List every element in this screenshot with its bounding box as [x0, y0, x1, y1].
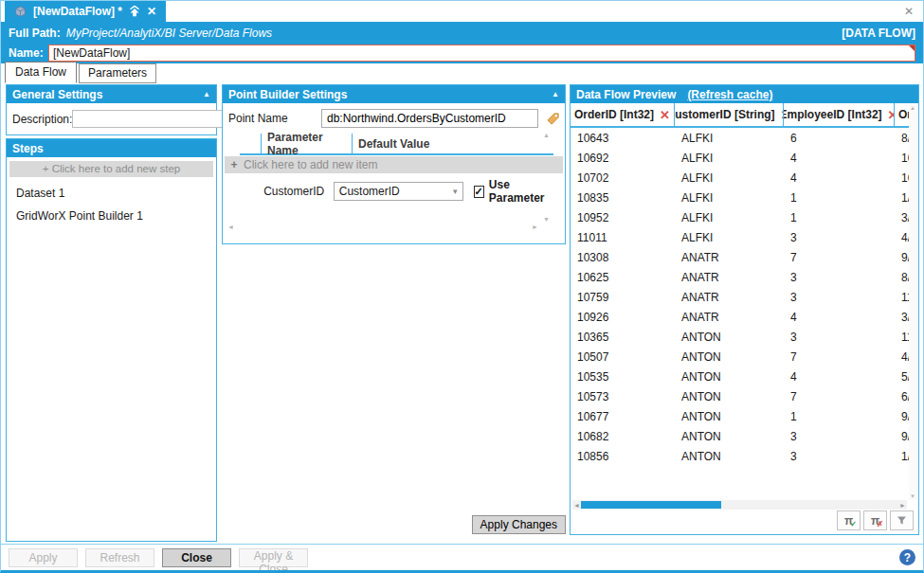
- refresh-button[interactable]: Refresh: [85, 548, 154, 567]
- table-row[interactable]: 10952ALFKI13/16: [571, 207, 909, 227]
- table-row[interactable]: 10682ANTON39/25: [571, 426, 909, 446]
- close-button[interactable]: Close: [162, 548, 231, 567]
- name-input[interactable]: [48, 45, 915, 62]
- table-cell: 1: [784, 410, 895, 423]
- parameter-name-header[interactable]: Parameter Name: [261, 134, 352, 153]
- apply-changes-button[interactable]: Apply Changes: [472, 515, 566, 534]
- filter-button[interactable]: [890, 510, 914, 530]
- table-row[interactable]: 10677ANTON19/22: [571, 406, 909, 426]
- table-row[interactable]: 10692ALFKI410/3: [571, 148, 909, 168]
- scroll-right-icon[interactable]: ►: [532, 224, 538, 230]
- column-include-button[interactable]: π ✓: [837, 510, 861, 530]
- checkbox[interactable]: ✓: [474, 186, 484, 198]
- plus-icon: +: [225, 158, 244, 171]
- preview-body: 10643ALFKI68/2510692ALFKI410/310702ALFKI…: [571, 128, 909, 466]
- scrollbar-thumb[interactable]: [581, 501, 721, 509]
- row-gutter: [240, 134, 261, 153]
- point-builder-title: Point Builder Settings: [228, 88, 347, 101]
- column-exclude-button[interactable]: π ✗: [863, 510, 887, 530]
- default-value-header[interactable]: Default Value: [352, 134, 553, 153]
- table-cell: 10677: [571, 410, 675, 423]
- scroll-up-icon[interactable]: ▲: [910, 105, 915, 111]
- scroll-down-icon[interactable]: ▼: [910, 493, 915, 499]
- apply-button[interactable]: Apply: [9, 548, 78, 567]
- remove-column-icon[interactable]: ✕: [660, 108, 670, 122]
- table-cell: 10573: [571, 390, 675, 403]
- table-row[interactable]: 10643ALFKI68/25: [571, 128, 909, 148]
- horizontal-scrollbar[interactable]: ◄ ►: [572, 500, 907, 510]
- table-row[interactable]: 10535ANTON45/13: [571, 367, 909, 386]
- table-row[interactable]: 11011ALFKI34/9: [571, 227, 909, 247]
- collapse-icon[interactable]: ▲: [552, 90, 559, 98]
- table-row[interactable]: 10625ANATR38/8: [571, 267, 909, 287]
- document-tab[interactable]: [NewDataFlow] * ✕: [5, 1, 166, 22]
- add-step-bar[interactable]: + Click here to add new step: [9, 161, 213, 177]
- editor-tab-bar: Data Flow Parameters: [5, 63, 156, 83]
- table-row[interactable]: 10573ANTON76/19: [571, 386, 909, 406]
- table-cell: ANTON: [675, 370, 784, 384]
- remove-column-icon[interactable]: ✕: [888, 108, 895, 122]
- preview-header-row: OrderID [Int32]✕CustomerID [String]✕Empl…: [571, 103, 909, 128]
- tag-browse-icon[interactable]: [544, 110, 561, 127]
- apply-and-close-button[interactable]: Apply & Close: [239, 548, 308, 567]
- steps-list: Dataset 1GridWorX Point Builder 1: [7, 179, 216, 224]
- table-cell: 4: [784, 171, 895, 185]
- column-header[interactable]: EmployeeID [Int32]✕: [784, 103, 895, 126]
- column-header[interactable]: OrderID [Int32]✕: [571, 103, 675, 126]
- column-header[interactable]: CustomerID [String]✕: [675, 103, 784, 126]
- table-cell: 3: [784, 231, 895, 244]
- table-row[interactable]: 10759ANATR311/2: [571, 287, 909, 307]
- header-band: Full Path: MyProject/AnalytiX/BI Server/…: [1, 22, 923, 63]
- list-item[interactable]: Dataset 1: [7, 179, 216, 202]
- table-row[interactable]: 10702ALFKI410/1: [571, 168, 909, 188]
- document-tab-strip: [NewDataFlow] * ✕ ✕: [1, 1, 923, 22]
- column-header-label: OrderID [Int32]: [574, 108, 654, 121]
- table-cell: 5/13: [895, 370, 909, 384]
- collapse-icon[interactable]: ▲: [203, 90, 210, 98]
- navigate-up-icon[interactable]: [129, 6, 140, 17]
- tab-close-icon[interactable]: ✕: [147, 5, 156, 18]
- table-cell: 1: [784, 191, 895, 205]
- window-close-icon[interactable]: ✕: [904, 5, 914, 18]
- table-cell: 11/2: [895, 291, 909, 304]
- table-cell: 7: [784, 390, 895, 403]
- default-value-dropdown[interactable]: CustomerID ▾: [334, 182, 463, 201]
- table-row[interactable]: 10926ANATR43/4: [571, 307, 909, 327]
- table-cell: 10856: [571, 450, 675, 463]
- table-row[interactable]: 10365ANTON311/2: [571, 327, 909, 347]
- table-cell: 4: [784, 311, 895, 324]
- steps-header: Steps: [7, 139, 216, 157]
- refresh-cache-link[interactable]: (Refresh cache): [687, 88, 772, 101]
- name-label: Name:: [9, 46, 43, 60]
- column-header-label: CustomerID [String]: [675, 108, 775, 121]
- column-header[interactable]: Or: [895, 103, 909, 126]
- table-cell: 6: [784, 132, 895, 145]
- scroll-left-icon[interactable]: ◄: [572, 502, 581, 509]
- tab-parameters[interactable]: Parameters: [79, 63, 156, 83]
- scroll-left-icon[interactable]: ◄: [227, 224, 234, 230]
- scroll-down-icon[interactable]: ▼: [543, 216, 550, 223]
- table-cell: ALFKI: [675, 152, 784, 165]
- table-row[interactable]: 10856ANTON31/28: [571, 446, 909, 466]
- table-cell: 10507: [571, 350, 675, 364]
- table-row[interactable]: 10507ANTON74/15: [571, 347, 909, 367]
- table-cell: 10643: [571, 132, 675, 145]
- description-input[interactable]: [72, 110, 228, 128]
- vertical-scrollbar[interactable]: ▲ ▼: [909, 104, 917, 500]
- list-item[interactable]: GridWorX Point Builder 1: [7, 202, 216, 224]
- tab-data-flow[interactable]: Data Flow: [5, 62, 77, 83]
- add-item-bar[interactable]: + Click here to add new item: [225, 156, 563, 173]
- table-row[interactable]: 10835ALFKI11/15: [571, 188, 909, 207]
- parameter-row[interactable]: CustomerID CustomerID ▾ ✓ Use Parameter: [240, 178, 553, 205]
- scroll-up-icon[interactable]: ▲: [543, 132, 550, 138]
- general-settings-body: Description:: [7, 103, 216, 134]
- right-column: Data Flow Preview (Refresh cache) OrderI…: [570, 84, 919, 535]
- use-parameter-checkbox[interactable]: ✓ Use Parameter: [474, 178, 553, 205]
- table-cell: ANATR: [675, 291, 784, 304]
- steps-title: Steps: [12, 142, 44, 155]
- point-name-input[interactable]: [321, 109, 538, 128]
- help-icon[interactable]: ?: [899, 549, 915, 565]
- table-cell: 3: [784, 331, 895, 344]
- scroll-right-icon[interactable]: ►: [898, 502, 907, 509]
- table-row[interactable]: 10308ANATR79/18: [571, 247, 909, 267]
